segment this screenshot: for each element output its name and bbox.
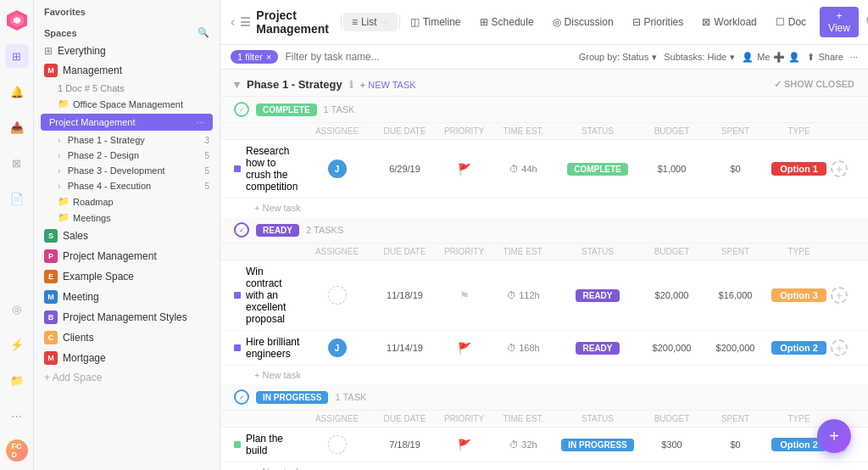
- task-dot: [234, 344, 241, 351]
- sidebar-item-pm2[interactable]: P Project Management: [34, 246, 220, 266]
- filter-badge[interactable]: 1 filter ×: [231, 50, 278, 64]
- grid-icon[interactable]: ⊠: [5, 151, 29, 175]
- sidebar-item-sales[interactable]: S Sales: [34, 226, 220, 246]
- sidebar-phase-item[interactable]: ›Phase 4 - Execution5: [34, 178, 220, 193]
- tab-discussion[interactable]: ◎ Discussion: [544, 13, 622, 31]
- budget-cell: $1,000: [640, 164, 704, 174]
- due-date-cell: 7/18/19: [373, 439, 437, 450]
- type-badge[interactable]: Option 1: [771, 162, 826, 176]
- filter-task-input[interactable]: [285, 51, 571, 63]
- sidebar-item-pm-styles[interactable]: B Project Management Styles: [34, 307, 220, 327]
- list-more-icon[interactable]: ···: [381, 16, 389, 28]
- empty-assignee[interactable]: [328, 286, 347, 305]
- task-status-badge[interactable]: COMPLETE: [567, 163, 628, 176]
- status-circle[interactable]: ✓: [234, 102, 249, 117]
- more-options-icon[interactable]: ···: [850, 52, 858, 62]
- status-circle[interactable]: ✓: [234, 389, 249, 405]
- status-circle[interactable]: ✓: [234, 222, 249, 238]
- type-badge[interactable]: Option 3: [771, 288, 826, 302]
- phase-arrow-icon: ›: [58, 165, 61, 176]
- task-group-header: ✓ IN PROGRESS 1 TASK: [220, 384, 868, 411]
- tab-doc[interactable]: ☐ Doc: [767, 13, 815, 31]
- user-avatar[interactable]: FCD: [6, 439, 28, 462]
- column-headers: ASSIGNEEDUE DATEPRIORITYTIME EST.STATUSB…: [220, 243, 868, 260]
- sidebar-item-example[interactable]: E Example Space: [34, 266, 220, 287]
- phase-collapse-icon[interactable]: ▾: [234, 78, 240, 91]
- topbar-actions: + View 🔍 ⚡: [820, 7, 868, 37]
- tab-schedule[interactable]: ⊞ Schedule: [471, 13, 542, 31]
- table-row[interactable]: Research how to crush the competition J …: [220, 140, 868, 199]
- clock-icon: ⏱: [507, 343, 516, 353]
- task-count: 1 TASK: [324, 104, 355, 115]
- task-status-badge[interactable]: READY: [576, 342, 619, 355]
- empty-assignee[interactable]: [328, 435, 347, 454]
- show-closed-btn[interactable]: ✓ SHOW CLOSED: [774, 79, 854, 90]
- add-row-btn[interactable]: +: [831, 160, 848, 177]
- empty-priority: ⚑: [459, 289, 470, 302]
- share-btn[interactable]: ⬆ Share: [807, 52, 843, 63]
- table-row[interactable]: Plan the build 7/18/19 🚩 ⏱ 32h IN PROGRE…: [220, 428, 868, 462]
- sidebar-toggle-icon[interactable]: ‹: [231, 14, 235, 30]
- task-name: Hire brilliant engineers: [234, 336, 301, 360]
- sidebar-item-roadmap[interactable]: 📁 Roadmap: [34, 193, 220, 210]
- sidebar-item-meeting2[interactable]: M Meeting: [34, 287, 220, 307]
- add-view-button[interactable]: + View: [820, 7, 859, 37]
- archive-icon[interactable]: 📁: [5, 368, 29, 392]
- subtasks-control[interactable]: Subtasks: Hide ▾: [664, 52, 735, 63]
- task-group-header: ✓ READY 2 TASKS: [220, 217, 868, 243]
- due-date: 6/29/19: [389, 164, 420, 174]
- sidebar-item-management[interactable]: M Management: [34, 60, 220, 81]
- bell-icon[interactable]: 🔔: [5, 80, 29, 104]
- col-header: PRIORITY: [437, 414, 492, 423]
- task-status-badge[interactable]: READY: [576, 289, 619, 302]
- tab-priorities[interactable]: ⊟ Priorities: [624, 13, 693, 31]
- more-icon[interactable]: ⋯: [5, 404, 29, 428]
- task-group-header: ✓ COMPLETE 1 TASK: [220, 97, 868, 123]
- app-logo[interactable]: [5, 8, 29, 32]
- pulse-icon[interactable]: ⚡: [5, 333, 29, 356]
- search-spaces-icon[interactable]: 🔍: [198, 27, 209, 38]
- inbox-icon[interactable]: 📥: [5, 115, 29, 139]
- sidebar-item-everything[interactable]: ⊞ Everything: [34, 42, 220, 60]
- home-icon[interactable]: ⊞: [5, 44, 29, 68]
- groupby-control[interactable]: Group by: Status ▾: [579, 52, 658, 63]
- sidebar-item-meetings[interactable]: 📁 Meetings: [34, 210, 220, 226]
- me-filter[interactable]: 👤 Me ➕ 👤: [742, 52, 800, 63]
- table-row[interactable]: Hire brilliant engineers J 11/14/19 🚩 ⏱ …: [220, 331, 868, 366]
- pm-more-icon[interactable]: ···: [197, 117, 204, 127]
- tab-workload[interactable]: ⊠ Workload: [693, 13, 765, 31]
- target-icon[interactable]: ◎: [5, 297, 29, 321]
- add-row-btn[interactable]: +: [831, 339, 848, 356]
- type-badge[interactable]: Option 2: [771, 341, 826, 355]
- task-status-badge[interactable]: IN PROGRESS: [561, 439, 633, 451]
- favorites-label: Favorites: [34, 0, 220, 20]
- sidebar-phase-item[interactable]: ›Phase 1 - Strategy3: [34, 132, 220, 148]
- add-task-button[interactable]: + NEW TASK: [360, 80, 416, 90]
- workload-icon: ⊠: [702, 16, 710, 28]
- new-task-row[interactable]: + New task: [220, 462, 868, 470]
- add-space-btn[interactable]: + Add Space: [34, 368, 220, 387]
- sidebar: Favorites Spaces 🔍 ⊞ Everything M Manage…: [34, 0, 220, 470]
- doc-icon[interactable]: 📄: [5, 187, 29, 210]
- column-headers: ASSIGNEEDUE DATEPRIORITYTIME EST.STATUSB…: [220, 123, 868, 140]
- status-cell: READY: [555, 289, 640, 302]
- sidebar-item-mortgage[interactable]: M Mortgage: [34, 348, 220, 368]
- add-row-btn[interactable]: +: [831, 287, 848, 304]
- sidebar-item-office-space[interactable]: 📁 Office Space Management: [34, 96, 220, 112]
- tab-timeline[interactable]: ◫ Timeline: [402, 13, 470, 31]
- task-dot: [234, 292, 241, 299]
- person2-icon: 👤: [788, 52, 800, 63]
- new-task-row[interactable]: + New task: [220, 199, 868, 217]
- sidebar-item-project-management-active[interactable]: Project Management ···: [41, 114, 213, 131]
- sidebar-item-clients[interactable]: C Clients: [34, 327, 220, 348]
- fab-button[interactable]: +: [817, 419, 851, 453]
- new-task-row[interactable]: + New task: [220, 366, 868, 384]
- sidebar-phase-item[interactable]: ›Phase 2 - Design5: [34, 148, 220, 163]
- clear-filter-icon[interactable]: ×: [266, 52, 271, 62]
- table-row[interactable]: Win contract with an excellent proposal …: [220, 260, 868, 331]
- status-cell: COMPLETE: [555, 163, 640, 176]
- sidebar-phase-item[interactable]: ›Phase 3 - Development5: [34, 163, 220, 178]
- budget-cell: $300: [640, 439, 704, 450]
- due-date: 11/14/19: [387, 343, 423, 353]
- tab-list[interactable]: ≡ List ···: [343, 13, 398, 31]
